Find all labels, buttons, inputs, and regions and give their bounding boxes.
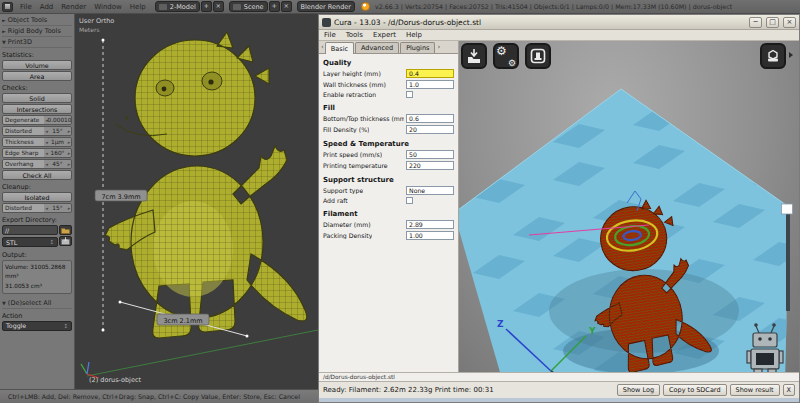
panel-deselect-all[interactable]: ▼ (De)select All	[2, 298, 72, 309]
measure-label-width: 3cm 2.1mm	[157, 314, 209, 325]
cura-menu-expert[interactable]: Expert	[373, 31, 396, 39]
cura-title-bar[interactable]: Cura - 13.03 - /d/Dorus-dorus-object.stl…	[319, 15, 799, 30]
chevron-right-icon: ►	[2, 28, 6, 34]
edge-sharp-check-row[interactable]: Edge Sharp ◂160°▸	[2, 148, 72, 158]
print-speed-row: Print speed (mm/s) 50	[319, 149, 458, 160]
support-type-dropdown[interactable]: None	[406, 186, 454, 195]
degenerate-check-row[interactable]: Degenerate ◂0.00010▸	[2, 115, 72, 125]
view-mode-icon[interactable]	[760, 43, 786, 69]
statistics-label: Statistics:	[2, 51, 72, 59]
panel-rigid-body-tools[interactable]: ► Rigid Body Tools	[2, 26, 72, 37]
fill-density-row: Fill Density (%) 20	[319, 124, 458, 135]
increment-icon[interactable]: ▸	[67, 161, 70, 167]
export-path-field[interactable]: //	[2, 225, 58, 235]
diameter-field[interactable]: 2.89	[406, 220, 454, 229]
minimize-icon[interactable]: ─	[749, 17, 762, 28]
overhang-check-row[interactable]: Overhang ◂45°▸	[2, 159, 72, 169]
close-result-button[interactable]: X	[783, 384, 795, 396]
add-raft-checkbox[interactable]	[406, 197, 413, 204]
export-stl-icon[interactable]	[59, 236, 72, 246]
print-speed-field[interactable]: 50	[406, 150, 454, 159]
tab-scroll-left-icon[interactable]: ‹	[321, 43, 324, 51]
thickness-check-row[interactable]: Thickness ◂1μm▸	[2, 137, 72, 147]
screen-layout-selector[interactable]: 2-Model	[155, 1, 200, 12]
editor-type-icon[interactable]	[2, 2, 13, 12]
blender-menu-file[interactable]: File	[20, 3, 32, 11]
cura-window: Cura - 13.03 - /d/Dorus-dorus-object.stl…	[318, 14, 800, 403]
scene-selector[interactable]: Scene	[229, 1, 268, 12]
copy-to-sdcard-button[interactable]: Copy to SDCard	[663, 384, 726, 396]
load-model-icon[interactable]	[461, 43, 487, 69]
decrement-icon[interactable]: ◂	[45, 150, 48, 156]
dino-model-wireframe[interactable]	[105, 32, 307, 338]
fill-density-field[interactable]: 20	[406, 125, 454, 134]
increment-icon[interactable]: ▸	[72, 117, 73, 123]
area-button[interactable]: Area	[2, 71, 72, 81]
tab-plugins[interactable]: Plugins	[400, 42, 435, 53]
export-format-dropdown[interactable]: STL ↕	[2, 237, 58, 247]
view-mode-expand-icon[interactable]	[789, 52, 793, 58]
print-sdcard-icon[interactable]	[525, 43, 551, 69]
solid-check-button[interactable]: Solid	[2, 93, 72, 103]
enable-retraction-row: Enable retraction	[319, 90, 458, 99]
layer-height-field[interactable]: 0.4	[406, 69, 454, 78]
intersections-check-button[interactable]: Intersections	[2, 104, 72, 114]
blender-menu-add[interactable]: Add	[40, 3, 54, 11]
increment-icon[interactable]: ▸	[67, 205, 70, 211]
screen: File Add Render Window Help 2-Model + × …	[0, 0, 800, 403]
decrement-icon[interactable]: ◂	[45, 128, 48, 134]
settings-tabs: ‹ Basic Advanced Plugins ›	[319, 41, 458, 54]
bottom-top-thickness-field[interactable]: 0.6	[406, 114, 454, 123]
blender-menu-window[interactable]: Window	[94, 3, 122, 11]
layer-slider-handle[interactable]	[782, 204, 793, 214]
cura-3d-viewport[interactable]: Z Y	[459, 41, 799, 372]
panel-object-tools[interactable]: ► Object Tools	[2, 15, 72, 26]
chevron-down-icon: ▼	[2, 300, 6, 306]
active-object-label: (2) dorus-object	[89, 376, 141, 384]
cura-menu-file[interactable]: File	[324, 31, 336, 39]
svg-text:7cm 3.9mm: 7cm 3.9mm	[101, 193, 140, 201]
packing-density-row: Packing Density 1.00	[319, 230, 458, 241]
close-layout-button[interactable]: ×	[213, 1, 224, 12]
tab-basic[interactable]: Basic	[325, 42, 354, 54]
blender-menu-render[interactable]: Render	[61, 3, 86, 11]
blender-menu-help[interactable]: Help	[130, 3, 146, 11]
add-layout-button[interactable]: +	[201, 1, 212, 12]
panel-print3d[interactable]: ▼ Print3D	[2, 37, 72, 48]
layer-height-row: Layer height (mm) 0.4	[319, 68, 458, 79]
printing-temperature-field[interactable]: 220	[406, 161, 454, 170]
packing-density-field[interactable]: 1.00	[406, 231, 454, 240]
wall-thickness-field[interactable]: 1.0	[406, 80, 454, 89]
show-result-button[interactable]: Show result	[730, 384, 780, 396]
window-resize-edge[interactable]	[319, 398, 799, 402]
render-engine-selector[interactable]: Blender Render	[297, 1, 355, 12]
distorted-check-row[interactable]: Distorted ◂15°▸	[2, 126, 72, 136]
decrement-icon[interactable]: ◂	[45, 161, 48, 167]
increment-icon[interactable]: ▸	[67, 128, 70, 134]
decrement-icon[interactable]: ◂	[45, 139, 48, 145]
cura-menu-help[interactable]: Help	[406, 31, 422, 39]
enable-retraction-checkbox[interactable]	[406, 91, 413, 98]
prepare-gears-icon[interactable]: ⚙⚙	[493, 43, 519, 69]
check-all-button[interactable]: Check All	[2, 170, 72, 180]
units-label: Meters	[79, 26, 100, 33]
close-scene-button[interactable]: ×	[281, 1, 292, 12]
volume-button[interactable]: Volume	[2, 60, 72, 70]
tab-advanced[interactable]: Advanced	[355, 42, 399, 53]
action-dropdown[interactable]: Toggle ↕	[2, 321, 72, 331]
maximize-icon[interactable]: □	[766, 17, 779, 28]
show-log-button[interactable]: Show Log	[617, 384, 660, 396]
cleanup-distorted-row[interactable]: Distorted ◂15°▸	[2, 203, 72, 213]
browse-icon	[159, 4, 167, 10]
close-icon[interactable]: ×	[783, 17, 796, 28]
decrement-icon[interactable]: ◂	[45, 205, 48, 211]
add-scene-button[interactable]: +	[269, 1, 280, 12]
cura-menu-tools[interactable]: Tools	[346, 31, 363, 39]
blender-3d-viewport[interactable]: 7cm 3.9mm 3cm 2.1mm User Ortho Meters (2…	[75, 14, 318, 389]
increment-icon[interactable]: ▸	[67, 139, 70, 145]
tab-scroll-right-icon[interactable]: ›	[437, 43, 440, 51]
increment-icon[interactable]: ▸	[67, 150, 70, 156]
svg-text:3cm 2.1mm: 3cm 2.1mm	[163, 317, 202, 325]
folder-icon[interactable]	[59, 225, 72, 235]
isolated-cleanup-button[interactable]: Isolated	[2, 192, 72, 202]
